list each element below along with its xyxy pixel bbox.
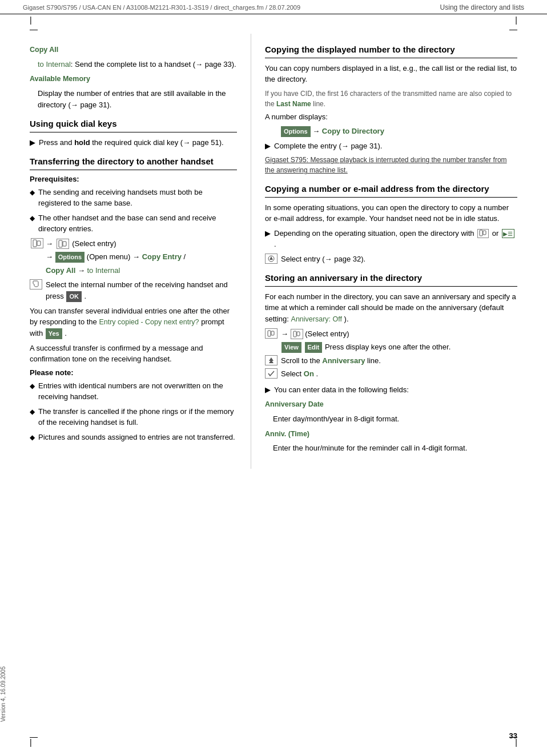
note-2: ◆ The transfer is cancelled if the phone… [30, 406, 237, 428]
scroll-icon [265, 254, 277, 264]
svg-rect-9 [271, 331, 274, 335]
open-menu-text: (Open menu) → [87, 252, 142, 261]
svg-rect-3 [63, 242, 66, 246]
svg-rect-4 [480, 230, 482, 236]
svg-rect-5 [483, 231, 486, 235]
prereq-1-text: The sending and receiving handsets must … [38, 187, 237, 209]
arrow-to: → [78, 266, 87, 275]
enter-arrow: ▶ [265, 384, 271, 396]
dash-marks: — — [0, 25, 547, 34]
anniver-sary-label: Anniversary: Off [291, 315, 342, 323]
or-text: or [492, 229, 501, 238]
step-arrow: ▶ [30, 137, 35, 148]
to-internal-page: page 33). [203, 60, 236, 69]
complete-entry-text: Complete the entry (→ page 31). [274, 140, 382, 152]
please-note-heading: Please note: [30, 368, 237, 377]
storing-divider [265, 286, 517, 287]
on-label: On [304, 369, 314, 378]
storing-desc: For each number in the directory, you ca… [265, 291, 517, 325]
svg-rect-8 [268, 331, 271, 336]
ok-box: OK [66, 291, 82, 302]
dir-step-row-3: Copy All → to Internal [30, 265, 237, 276]
select-entry-text-col: Select entry (→ page 32). [281, 254, 517, 265]
transfer-divider [30, 170, 237, 170]
arrow-copy: → [312, 127, 322, 135]
options-copy-row: Options → Copy to Directory [265, 126, 517, 137]
anniversary-label: Anniversary [322, 356, 365, 365]
successful-transfer: A successful transfer is confirmed by a … [30, 343, 237, 365]
slash-text: / [184, 252, 186, 261]
to-internal-line: to Internal: Send the complete list to a… [38, 59, 237, 70]
bottom-pipes: | | [0, 738, 547, 747]
arrow-right: → [46, 239, 55, 248]
scroll-nav-icon [265, 355, 277, 365]
anniv-time-label: Anniv. (Time) [265, 430, 309, 438]
to-internal-arrow: → [195, 60, 203, 69]
tick-left: | [30, 15, 32, 25]
handset-icon [30, 279, 42, 289]
last-name-label: Last Name [276, 100, 311, 108]
avail-mem-section: Available Memory [30, 73, 237, 85]
dir-icon-1 [477, 229, 489, 238]
storing-step-2-text: View Edit Press display keys one after t… [281, 341, 517, 353]
anniv-time-desc: Enter the hour/minute for the reminder c… [273, 443, 517, 454]
storing-step-1-text: → (Select entry) [281, 328, 517, 340]
directory-icon [31, 238, 43, 248]
you-can-enter-step: ▶ You can enter data in the following fi… [265, 384, 517, 396]
quick-dial-divider [30, 132, 237, 132]
select-icon-col [265, 254, 281, 264]
anniv-date-desc: Enter day/month/year in 8-digit format. [273, 413, 517, 425]
copy-display-heading: Copying the displayed number to the dire… [265, 44, 517, 55]
copy-number-desc: In some operating situations, you can op… [265, 202, 517, 224]
copy-display-divider [265, 58, 517, 58]
page: Gigaset S790/S795 / USA-CAN EN / A31008-… [0, 0, 547, 756]
svg-rect-10 [293, 331, 296, 337]
dir-icon-storing [265, 328, 277, 339]
to-internal-step: to Internal [87, 266, 120, 275]
quick-dial-step: ▶ Press and hold the required quick dial… [30, 137, 237, 148]
entry-copied-label: Entry copied - Copy next entry? [99, 318, 199, 326]
copy-all-step: Copy All → to Internal [46, 265, 237, 276]
anniv-date-section: Anniversary Date [265, 399, 517, 410]
hold-bold: hold [74, 138, 90, 147]
period: . [85, 292, 87, 300]
list-icon-storing [291, 329, 303, 339]
note-2-text: The transfer is cancelled if the phone r… [38, 406, 237, 428]
bullet-2: ◆ [30, 213, 35, 223]
options-step-text: → Options (Open menu) → Copy Entry / [46, 251, 237, 263]
avail-arrow: → [71, 100, 78, 109]
gigaset-note-text: Gigaset S795: Message playback is interr… [265, 156, 507, 174]
cid-note: If you have CID, the first 16 characters… [265, 89, 517, 109]
copy-number-heading: Copying a number or e-mail address from … [265, 183, 517, 195]
list-icon [57, 239, 69, 249]
gigaset-note: Gigaset S795: Message playback is interr… [265, 155, 517, 175]
avail-mem-label: Available Memory [30, 75, 90, 83]
avail-page: page 31). [78, 100, 112, 109]
anniv-date-label: Anniversary Date [265, 400, 324, 408]
to-internal-desc: : Send the complete list to a handset ( [71, 60, 195, 69]
right-column: Copying the displayed number to the dire… [251, 34, 547, 469]
version-text: Version 4, 16.09.2005 [0, 666, 11, 722]
bullet-note-3: ◆ [30, 432, 35, 443]
svg-rect-1 [37, 241, 41, 246]
copy-all-label: Copy All [30, 46, 58, 54]
copy-all-section: Copy All [30, 44, 237, 55]
you-can-enter-text: You can enter data in the following fiel… [274, 384, 409, 396]
yes-box: Yes [46, 328, 62, 339]
complete-arrow: ▶ [265, 140, 271, 152]
svg-rect-11 [297, 332, 300, 336]
transfer-note: You can transfer several individual entr… [30, 305, 237, 339]
dir-icon-col [30, 238, 46, 248]
edit-label: Edit [305, 342, 323, 353]
prereq-2: ◆ The other handset and the base can sen… [30, 212, 237, 235]
header-right: Using the directory and lists [440, 3, 524, 11]
handset-step-text: Select the internal number of the receiv… [46, 279, 237, 301]
arrow-right-2: → [46, 252, 55, 261]
bottom-pipe-left: | [30, 738, 32, 747]
avail-mem-text: Display the number of entries that are s… [38, 89, 226, 109]
depending-step: ▶ Depending on the operating situation, … [265, 228, 517, 250]
to-internal-label: to Internal [38, 60, 71, 69]
quick-dial-heading: Using quick dial keys [30, 118, 237, 130]
storing-step-row-3: Scroll to the Anniversary line. [265, 355, 517, 367]
prereq-heading: Prerequisites: [30, 175, 237, 183]
